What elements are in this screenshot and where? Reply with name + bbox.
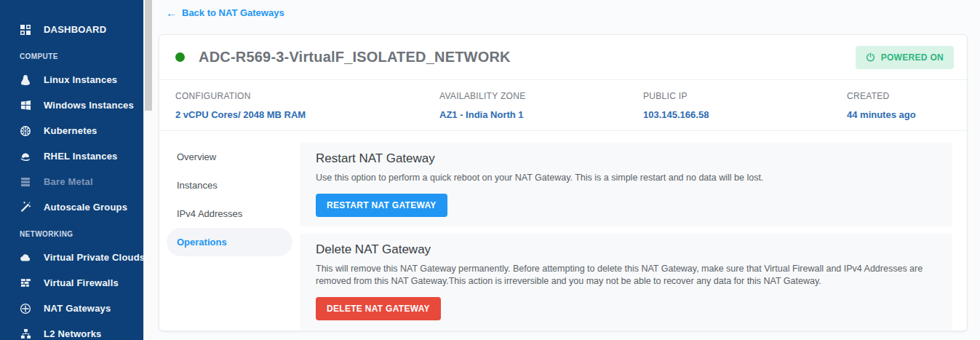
delete-panel-description: This will remove this NAT Gateway perman…	[316, 263, 936, 288]
sidebar-item-bare-metal[interactable]: Bare Metal	[0, 169, 143, 194]
info-field-configuration: CONFIGURATION 2 vCPU Cores/ 2048 MB RAM	[175, 91, 439, 130]
sidebar-item-label: Linux Instances	[44, 74, 117, 85]
card-body: Overview Instances IPv4 Addresses Operat…	[159, 131, 967, 330]
delete-nat-gateway-button[interactable]: DELETE NAT GATEWAY	[316, 297, 441, 320]
kubernetes-icon	[20, 125, 31, 137]
info-value: 103.145.166.58	[643, 109, 847, 120]
info-label: CREATED	[847, 91, 951, 101]
sidebar-item-label: Bare Metal	[44, 176, 93, 187]
info-field-created: CREATED 44 minutes ago	[847, 91, 951, 130]
sidebar-item-nat-gateways[interactable]: NAT Gateways	[0, 296, 143, 321]
operations-panels: Restart NAT Gateway Use this option to p…	[300, 143, 952, 330]
nat-gateway-icon	[20, 303, 31, 315]
sidebar-item-virtual-private-clouds[interactable]: Virtual Private Clouds	[0, 245, 143, 270]
sidebar-item-label: Virtual Private Clouds	[44, 252, 143, 263]
sidebar-item-label: Windows Instances	[44, 100, 134, 111]
powered-on-badge[interactable]: POWERED ON	[856, 46, 954, 69]
dashboard-grid-icon	[20, 24, 31, 36]
detail-tabs: Overview Instances IPv4 Addresses Operat…	[167, 143, 292, 330]
sidebar-item-label: Autoscale Groups	[44, 202, 127, 213]
back-to-nat-gateways-link[interactable]: ← Back to NAT Gateways	[166, 7, 284, 18]
linux-icon	[20, 74, 31, 86]
sidebar-item-dashboard[interactable]: DASHBOARD	[0, 17, 143, 42]
nat-gateway-detail-card: ADC-R569-3-VirtualF_ISOLATED_NETWORK POW…	[159, 34, 968, 331]
back-arrow-icon: ←	[166, 7, 177, 18]
info-field-public-ip: PUBLIC IP 103.145.166.58	[643, 91, 847, 130]
restart-panel-description: Use this option to perform a quick reboo…	[316, 172, 936, 184]
sidebar-item-virtual-firewalls[interactable]: Virtual Firewalls	[0, 270, 143, 296]
sidebar-item-windows-instances[interactable]: Windows Instances	[0, 92, 143, 118]
sidebar-item-rhel-instances[interactable]: RHEL Instances	[0, 143, 143, 169]
main-content: ← Back to NAT Gateways ADC-R569-3-Virtua…	[152, 0, 980, 340]
cloud-icon	[20, 252, 31, 264]
sidebar-item-autoscale-groups[interactable]: Autoscale Groups	[0, 194, 143, 220]
delete-nat-gateway-panel: Delete NAT Gateway This will remove this…	[300, 234, 952, 330]
info-row: CONFIGURATION 2 vCPU Cores/ 2048 MB RAM …	[159, 80, 967, 131]
info-value: 44 minutes ago	[847, 109, 951, 120]
powered-on-label: POWERED ON	[881, 52, 944, 63]
sidebar-item-linux-instances[interactable]: Linux Instances	[0, 67, 143, 92]
windows-icon	[20, 100, 31, 111]
sidebar-item-kubernetes[interactable]: Kubernetes	[0, 118, 143, 143]
sidebar-item-label: NAT Gateways	[44, 303, 111, 314]
tab-operations[interactable]: Operations	[167, 228, 292, 256]
scrollbar-thumb[interactable]	[145, 0, 152, 111]
sidebar: DASHBOARD COMPUTE Linux Instances Window…	[0, 0, 143, 340]
tab-instances[interactable]: Instances	[167, 171, 292, 199]
restart-panel-title: Restart NAT Gateway	[316, 151, 936, 166]
sidebar-item-label: DASHBOARD	[44, 24, 106, 35]
info-label: CONFIGURATION	[175, 91, 439, 101]
info-label: AVAILABILITY ZONE	[439, 91, 643, 101]
power-icon	[866, 52, 875, 62]
sidebar-item-label: RHEL Instances	[44, 151, 118, 162]
tab-overview[interactable]: Overview	[167, 143, 292, 171]
network-tree-icon	[20, 328, 31, 340]
card-header: ADC-R569-3-VirtualF_ISOLATED_NETWORK POW…	[159, 35, 967, 80]
redhat-icon	[20, 151, 31, 162]
sidebar-section-networking: NETWORKING	[0, 227, 143, 242]
info-field-availability-zone: AVAILABILITY ZONE AZ1 - India North 1	[439, 91, 643, 130]
sidebar-item-label: Kubernetes	[44, 125, 97, 136]
status-dot-icon	[175, 52, 185, 62]
tab-ipv4-addresses[interactable]: IPv4 Addresses	[167, 199, 292, 228]
back-link-label: Back to NAT Gateways	[182, 7, 284, 18]
restart-nat-gateway-panel: Restart NAT Gateway Use this option to p…	[300, 143, 952, 226]
sidebar-item-label: L2 Networks	[44, 328, 102, 339]
page-title: ADC-R569-3-VirtualF_ISOLATED_NETWORK	[199, 49, 856, 66]
magic-wand-icon	[20, 202, 31, 213]
vertical-scrollbar[interactable]	[143, 0, 152, 340]
server-stack-icon	[20, 176, 31, 188]
firewall-icon	[20, 277, 31, 289]
delete-panel-title: Delete NAT Gateway	[316, 242, 936, 257]
sidebar-item-label: Virtual Firewalls	[44, 277, 119, 288]
sidebar-section-compute: COMPUTE	[0, 50, 143, 64]
sidebar-item-l2-networks[interactable]: L2 Networks	[0, 321, 143, 340]
info-value: 2 vCPU Cores/ 2048 MB RAM	[175, 109, 439, 120]
info-value: AZ1 - India North 1	[439, 109, 643, 120]
restart-nat-gateway-button[interactable]: RESTART NAT GATEWAY	[316, 194, 447, 217]
info-label: PUBLIC IP	[643, 91, 847, 101]
